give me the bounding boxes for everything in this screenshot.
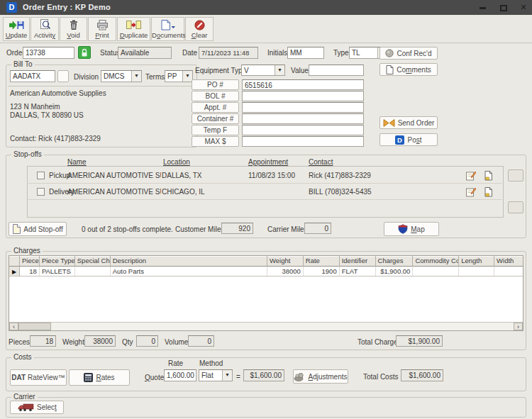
equipment-type-select[interactable]: V ▼ (241, 65, 285, 76)
clear-icon (186, 18, 213, 31)
copy-delivery-doc-button[interactable] (483, 186, 494, 197)
bill-to-address2: DALLAS, TX 80890 US (10, 111, 84, 119)
conf-recd-button[interactable]: Conf Rec'd (379, 47, 438, 60)
truck-icon (17, 403, 34, 412)
customer-miles-label: Customer Miles: (175, 225, 226, 233)
close-button[interactable]: ✕ (515, 0, 532, 15)
clear-button[interactable]: Clear (185, 17, 214, 41)
stop-offs-progress-text: 0 out of 2 stop-offs complete. (82, 225, 173, 233)
cell-special-chg[interactable] (75, 267, 111, 276)
cell-width[interactable] (494, 267, 523, 276)
map-button[interactable]: Map (384, 222, 439, 236)
stop-col-appointment: Appointment (248, 158, 288, 166)
activity-button[interactable]: Activity (31, 17, 59, 41)
pickup-complete-checkbox[interactable] (37, 172, 45, 179)
bill-to-code-field[interactable]: AADATX (10, 70, 55, 82)
lock-button[interactable] (78, 46, 91, 59)
appt-number-field[interactable] (242, 102, 364, 113)
quote-rate-field[interactable]: 1,600.00 (164, 369, 196, 381)
move-stop-up-button[interactable] (508, 169, 523, 181)
max-dollar-button[interactable]: MAX $ (192, 136, 239, 147)
delivery-contact: BILL (708)324-5435 (309, 188, 372, 196)
cell-commodity-code[interactable] (413, 267, 459, 276)
copy-doc-icon (484, 171, 493, 181)
po-number-button[interactable]: PO # (192, 79, 239, 90)
comments-button[interactable]: Comments (379, 63, 438, 76)
add-stop-off-button[interactable]: Add Stop-off (9, 222, 67, 236)
cell-length[interactable] (459, 267, 494, 276)
column-header: Length (459, 256, 494, 267)
edit-pickup-button[interactable] (465, 170, 476, 181)
weight-total-label: Weight (62, 338, 84, 346)
cell-charges[interactable]: $1,900.00 (376, 267, 414, 276)
division-label: Division (74, 73, 99, 81)
duplicate-icon (118, 18, 150, 31)
charge-row[interactable]: ▶ 18 PALLETS Auto Parts 38000 1900 FLAT … (9, 267, 523, 276)
column-header: Special Chg (75, 256, 111, 267)
quote-total-field: $1,600.00 (243, 369, 284, 381)
scroll-left-icon[interactable]: ‹ (9, 323, 18, 330)
edit-delivery-button[interactable] (465, 186, 476, 197)
column-header: Rate (304, 256, 340, 267)
method-select[interactable]: Flat ▼ (199, 369, 233, 381)
carrier-group: Carrier (6, 397, 526, 418)
bill-to-group-label: Bill To (11, 60, 35, 68)
max-dollar-field[interactable] (242, 136, 364, 147)
cell-identifier[interactable]: FLAT (340, 267, 376, 276)
maximize-button[interactable] (495, 0, 512, 15)
cell-description[interactable]: Auto Parts (111, 267, 267, 276)
weight-total-field: 38000 (84, 335, 116, 347)
chevron-down-icon: ▼ (275, 65, 284, 75)
duplicate-button[interactable]: Duplicate (117, 17, 150, 41)
charges-hscrollbar[interactable]: ‹ › (9, 322, 523, 330)
cell-pieces[interactable]: 18 (20, 267, 40, 276)
move-stop-down-button[interactable] (508, 201, 523, 213)
container-number-field[interactable] (242, 113, 364, 124)
post-button[interactable]: D Post (379, 133, 438, 146)
minimize-button[interactable] (474, 0, 491, 15)
update-button[interactable]: Update (3, 17, 30, 41)
scroll-right-icon[interactable]: › (514, 323, 523, 330)
update-icon (4, 18, 29, 31)
delivery-complete-checkbox[interactable] (37, 188, 45, 196)
value-field[interactable] (309, 65, 364, 76)
post-d-icon: D (395, 135, 404, 145)
documents-button[interactable]: Documents (151, 17, 184, 41)
dat-rateview-button[interactable]: DAT RateView™ (10, 369, 67, 386)
rates-button[interactable]: Rates (69, 369, 130, 386)
stop-row-divider (28, 183, 502, 184)
bol-number-button[interactable]: BOL # (192, 91, 239, 101)
carrier-select-button[interactable]: Select (10, 401, 64, 414)
temp-f-field[interactable] (242, 125, 364, 135)
bill-to-address1: 123 N Manheim (10, 103, 60, 111)
po-number-field[interactable]: 6515616 (242, 79, 364, 90)
terms-select[interactable]: PP ▼ (165, 70, 193, 82)
copy-pickup-doc-button[interactable] (483, 170, 494, 181)
cell-weight[interactable]: 38000 (267, 267, 304, 276)
total-charges-label: Total Charges (358, 338, 401, 346)
row-selector-arrow-icon: ▶ (9, 267, 20, 276)
date-field: 7/11/2023 11:48 (199, 47, 258, 59)
cell-piece-type[interactable]: PALLETS (40, 267, 75, 276)
bol-number-field[interactable] (242, 91, 364, 101)
appt-number-button[interactable]: Appt. # (192, 102, 239, 113)
pieces-total-label: Pieces (9, 338, 30, 346)
print-button[interactable]: Print (88, 17, 116, 41)
printer-icon (89, 18, 116, 31)
column-header: Piece Type (40, 256, 75, 267)
cell-rate[interactable]: 1900 (304, 267, 340, 276)
division-select[interactable]: DMCS ▼ (101, 70, 142, 82)
temp-f-button[interactable]: Temp F (192, 125, 239, 135)
costs-group-label: Costs (11, 353, 34, 361)
scroll-thumb[interactable] (18, 323, 51, 330)
order-number-field[interactable]: 13738 (23, 47, 74, 59)
adjustments-button[interactable]: Adjustments (293, 369, 348, 384)
container-number-button[interactable]: Container # (192, 113, 239, 124)
initials-field[interactable]: MM (287, 47, 324, 59)
bill-to-lookup-button[interactable] (57, 70, 69, 82)
calculator-icon (84, 373, 93, 382)
bill-to-contact: Contact: Rick (417)883-2329 (10, 135, 101, 143)
void-button[interactable]: Void (60, 17, 87, 41)
send-order-button[interactable]: Send Order (379, 116, 438, 129)
carrier-miles-label: Carrier Miles (267, 225, 308, 233)
